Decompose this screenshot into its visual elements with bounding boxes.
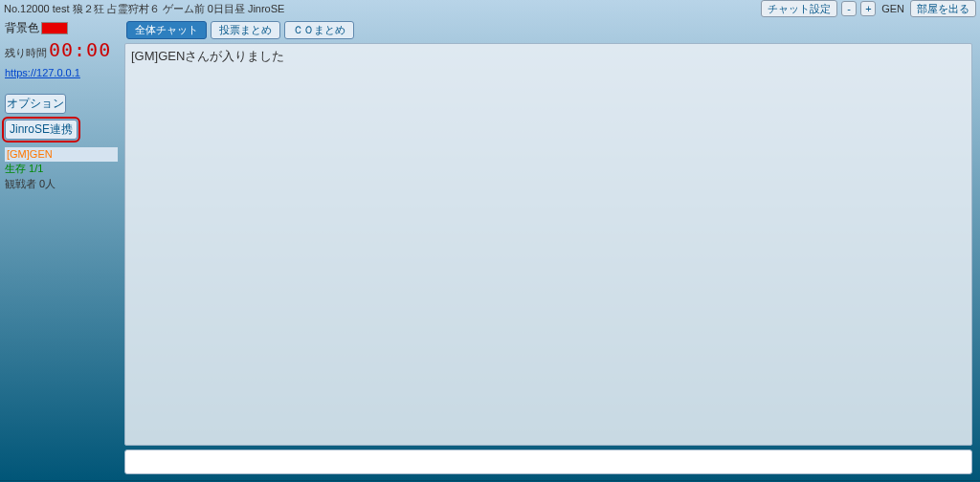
spectator-count: 観戦者 0人 [5,177,118,191]
gm-player-line[interactable]: [GM]GEN [5,147,118,162]
alive-count: 生存 1/1 [5,162,118,176]
chat-input[interactable] [124,449,972,474]
time-remaining: 00:00 [49,38,111,61]
main-area: 全体チャット 投票まとめ ＣＯまとめ [GM]GENさんが入りました [122,17,980,482]
zoom-in-button[interactable]: + [860,1,876,16]
footer-divider [0,480,980,481]
window-title: No.12000 test 狼２狂 占霊狩村６ ゲーム前 0日目昼 JinroS… [4,2,761,16]
sidebar: 背景色 残り時間 00:00 https://127.0.0.1 オプション J… [0,17,122,482]
zoom-out-button[interactable]: - [841,1,857,16]
bg-color-label: 背景色 [5,20,39,36]
tab-co-summary[interactable]: ＣＯまとめ [284,21,354,39]
server-link[interactable]: https://127.0.0.1 [5,67,118,78]
chat-log[interactable]: [GM]GENさんが入りました [124,43,972,446]
bg-color-swatch[interactable] [41,22,68,34]
tab-vote-summary[interactable]: 投票まとめ [211,21,280,39]
status-block: [GM]GEN 生存 1/1 観戦者 0人 [5,147,118,191]
tab-all-chat[interactable]: 全体チャット [126,21,207,39]
time-label: 残り時間 [5,46,47,60]
option-button[interactable]: オプション [5,94,66,114]
chat-line: [GM]GENさんが入りました [131,48,966,65]
current-user-label: GEN [880,3,906,14]
topbar: No.12000 test 狼２狂 占霊狩村６ ゲーム前 0日目昼 JinroS… [0,0,980,17]
jinrose-link-button[interactable]: JinroSE連携 [5,120,78,140]
leave-room-button[interactable]: 部屋を出る [910,0,976,17]
tabbar: 全体チャット 投票まとめ ＣＯまとめ [124,21,972,39]
chat-settings-button[interactable]: チャット設定 [761,0,837,17]
topbar-right: チャット設定 - + GEN 部屋を出る [761,0,976,17]
